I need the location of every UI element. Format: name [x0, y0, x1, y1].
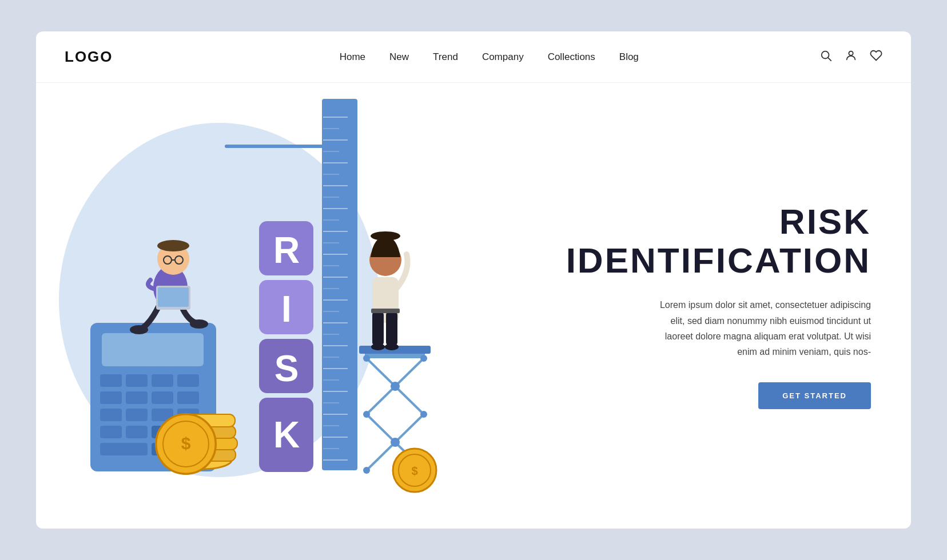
svg-text:S: S: [274, 348, 299, 389]
nav-icons: [819, 49, 882, 65]
svg-rect-101: [372, 311, 384, 346]
svg-rect-36: [225, 145, 325, 148]
svg-rect-40: [126, 374, 148, 387]
hero-description: Lorem ipsum dolor sit amet, consectetuer…: [654, 297, 871, 359]
svg-point-82: [363, 411, 370, 418]
navbar: LOGO Home New Trend Company Collections …: [36, 31, 911, 83]
svg-text:$: $: [411, 465, 417, 477]
svg-rect-47: [100, 409, 122, 421]
hero-title-line1: RISK: [779, 202, 871, 241]
svg-rect-44: [126, 391, 148, 404]
svg-rect-42: [177, 374, 199, 387]
svg-point-83: [420, 411, 427, 418]
nav-link-company[interactable]: Company: [482, 51, 524, 63]
logo: LOGO: [65, 48, 113, 66]
svg-point-78: [391, 382, 400, 391]
svg-point-84: [363, 467, 370, 474]
nav-link-new[interactable]: New: [389, 51, 409, 63]
svg-point-2: [849, 51, 853, 55]
svg-point-80: [363, 355, 370, 362]
text-section: RISK IDENTIFICATION Lorem ipsum dolor si…: [505, 83, 911, 529]
heart-icon[interactable]: [870, 49, 882, 65]
svg-rect-38: [102, 333, 204, 366]
svg-rect-52: [126, 426, 148, 438]
svg-rect-45: [152, 391, 173, 404]
svg-rect-39: [100, 374, 122, 387]
cta-button[interactable]: GET STARTED: [758, 382, 871, 409]
illustration-svg: $ R I S K: [36, 83, 505, 529]
hero-title: RISK IDENTIFICATION: [528, 202, 871, 280]
svg-point-105: [371, 343, 385, 350]
svg-rect-107: [371, 309, 400, 313]
svg-text:R: R: [273, 230, 300, 271]
illustration-area: $ R I S K: [36, 83, 505, 529]
svg-point-79: [391, 438, 400, 447]
svg-rect-48: [126, 409, 148, 421]
main-card: LOGO Home New Trend Company Collections …: [36, 31, 911, 529]
svg-rect-102: [386, 311, 397, 346]
svg-point-97: [190, 319, 208, 329]
nav-link-trend[interactable]: Trend: [433, 51, 458, 63]
search-icon[interactable]: [819, 49, 832, 65]
svg-point-106: [385, 343, 399, 350]
nav-links: Home New Trend Company Collections Blog: [159, 51, 819, 63]
svg-text:I: I: [281, 289, 292, 330]
svg-rect-99: [158, 287, 189, 307]
nav-link-collections[interactable]: Collections: [548, 51, 595, 63]
svg-rect-51: [100, 426, 122, 438]
nav-link-home[interactable]: Home: [340, 51, 365, 63]
svg-point-81: [420, 355, 427, 362]
svg-rect-41: [152, 374, 173, 387]
page-wrapper: LOGO Home New Trend Company Collections …: [0, 0, 947, 560]
svg-rect-43: [100, 391, 122, 404]
svg-point-104: [371, 231, 400, 241]
svg-line-1: [828, 58, 831, 61]
nav-link-blog[interactable]: Blog: [619, 51, 639, 63]
svg-rect-54: [100, 443, 148, 455]
svg-rect-46: [177, 391, 199, 404]
hero-title-line2: IDENTIFICATION: [566, 241, 871, 280]
svg-point-92: [157, 240, 189, 251]
svg-text:$: $: [181, 434, 191, 453]
svg-point-96: [130, 325, 148, 334]
svg-text:K: K: [273, 414, 300, 455]
user-icon[interactable]: [845, 49, 857, 65]
main-content: $ R I S K: [36, 83, 911, 529]
